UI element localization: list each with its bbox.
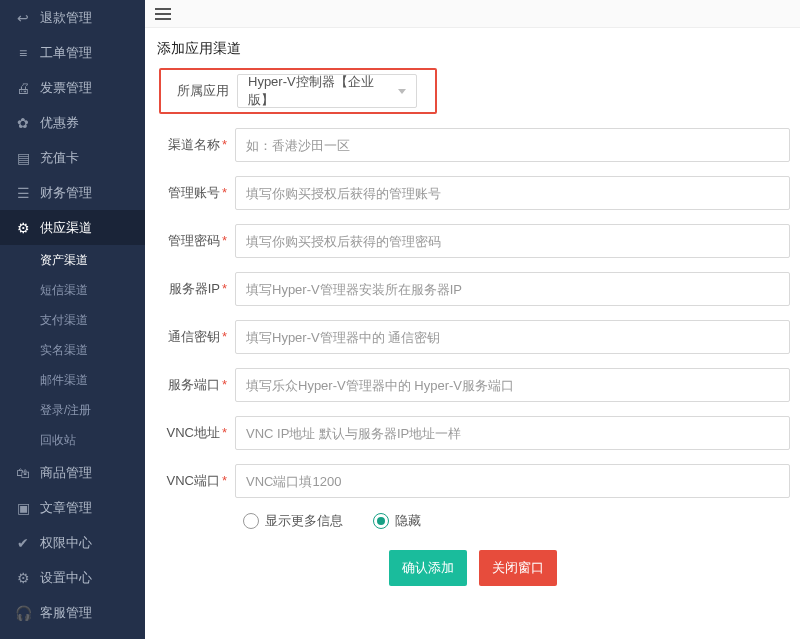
service-port-input[interactable]: [235, 368, 790, 402]
chevron-down-icon: [398, 89, 406, 94]
form-label-account: 管理账号*: [155, 184, 235, 202]
form-label-app: 所属应用: [167, 82, 237, 100]
sidebar-item-label: 文章管理: [40, 499, 92, 517]
app-select-value: Hyper-V控制器【企业版】: [248, 73, 398, 109]
menu-toggle-icon[interactable]: [155, 8, 171, 20]
radio-show-more[interactable]: 显示更多信息: [243, 512, 343, 530]
close-button[interactable]: 关闭窗口: [479, 550, 557, 586]
sidebar-item-label: 客服管理: [40, 604, 92, 622]
channel-name-input[interactable]: [235, 128, 790, 162]
sidebar-item-label: 发票管理: [40, 79, 92, 97]
admin-account-input[interactable]: [235, 176, 790, 210]
sidebar-sub-realname[interactable]: 实名渠道: [0, 335, 145, 365]
button-row: 确认添加 关闭窗口: [155, 550, 790, 586]
vnc-addr-input[interactable]: [235, 416, 790, 450]
sidebar-item-label: 退款管理: [40, 9, 92, 27]
check-icon: ✔: [14, 535, 32, 551]
svg-rect-1: [155, 13, 171, 15]
sidebar-item-supply[interactable]: ⚙ 供应渠道: [0, 210, 145, 245]
cog-icon: ⚙: [14, 570, 32, 586]
card-icon: ▤: [14, 150, 32, 166]
sidebar: ↩ 退款管理 ≡ 工单管理 🖨 发票管理 ✿ 优惠券 ▤ 充值卡 ☰ 财务管理 …: [0, 0, 145, 639]
sidebar-item-label: 权限中心: [40, 534, 92, 552]
sidebar-item-permission[interactable]: ✔ 权限中心: [0, 525, 145, 560]
server-ip-input[interactable]: [235, 272, 790, 306]
form-label-serverip: 服务器IP*: [155, 280, 235, 298]
sidebar-item-ticket[interactable]: ≡ 工单管理: [0, 35, 145, 70]
radio-hide-label: 隐藏: [395, 512, 421, 530]
app-select[interactable]: Hyper-V控制器【企业版】: [237, 74, 417, 108]
radio-circle-icon: [243, 513, 259, 529]
form-label-commkey: 通信密钥*: [155, 328, 235, 346]
sidebar-item-coupon[interactable]: ✿ 优惠券: [0, 105, 145, 140]
printer-icon: 🖨: [14, 80, 32, 96]
form-label-vncaddr: VNC地址*: [155, 424, 235, 442]
admin-password-input[interactable]: [235, 224, 790, 258]
sidebar-sub-sms[interactable]: 短信渠道: [0, 275, 145, 305]
sidebar-item-settings[interactable]: ⚙ 设置中心: [0, 560, 145, 595]
sidebar-item-refund[interactable]: ↩ 退款管理: [0, 0, 145, 35]
sidebar-item-label: 财务管理: [40, 184, 92, 202]
radio-more-label: 显示更多信息: [265, 512, 343, 530]
form-label-serviceport: 服务端口*: [155, 376, 235, 394]
topbar: [145, 0, 800, 28]
comm-key-input[interactable]: [235, 320, 790, 354]
radio-hide[interactable]: 隐藏: [373, 512, 421, 530]
sidebar-item-label: 工单管理: [40, 44, 92, 62]
visibility-radio-group: 显示更多信息 隐藏: [155, 512, 790, 530]
bars-icon: ☰: [14, 185, 32, 201]
submit-button[interactable]: 确认添加: [389, 550, 467, 586]
sidebar-item-finance[interactable]: ☰ 财务管理: [0, 175, 145, 210]
gear-icon: ⚙: [14, 220, 32, 236]
sidebar-sub-login[interactable]: 登录/注册: [0, 395, 145, 425]
list-icon: ≡: [14, 45, 32, 61]
panel-title: 添加应用渠道: [157, 40, 800, 58]
main-content: 添加应用渠道 所属应用 Hyper-V控制器【企业版】 渠道名称* 管理账号* …: [145, 0, 800, 639]
radio-circle-icon: [373, 513, 389, 529]
sidebar-sub-mail[interactable]: 邮件渠道: [0, 365, 145, 395]
form-label-password: 管理密码*: [155, 232, 235, 250]
grid-icon: ▣: [14, 500, 32, 516]
sidebar-item-support[interactable]: 🎧 客服管理: [0, 595, 145, 630]
sidebar-item-recharge[interactable]: ▤ 充值卡: [0, 140, 145, 175]
flower-icon: ✿: [14, 115, 32, 131]
app-select-highlight: 所属应用 Hyper-V控制器【企业版】: [159, 68, 437, 114]
channel-form: 所属应用 Hyper-V控制器【企业版】 渠道名称* 管理账号* 管理密码* 服…: [145, 68, 800, 586]
sidebar-item-article[interactable]: ▣ 文章管理: [0, 490, 145, 525]
headset-icon: 🎧: [14, 605, 32, 621]
sidebar-item-label: 供应渠道: [40, 219, 92, 237]
sidebar-item-invoice[interactable]: 🖨 发票管理: [0, 70, 145, 105]
sidebar-sub-pay[interactable]: 支付渠道: [0, 305, 145, 335]
svg-rect-2: [155, 18, 171, 20]
sidebar-item-label: 优惠券: [40, 114, 79, 132]
bag-icon: 🛍: [14, 465, 32, 481]
sidebar-item-label: 充值卡: [40, 149, 79, 167]
sidebar-item-label: 设置中心: [40, 569, 92, 587]
vnc-port-input[interactable]: [235, 464, 790, 498]
form-label-channel: 渠道名称*: [155, 136, 235, 154]
form-label-vncport: VNC端口*: [155, 472, 235, 490]
sidebar-item-products[interactable]: 🛍 商品管理: [0, 455, 145, 490]
svg-rect-0: [155, 8, 171, 10]
sidebar-item-label: 商品管理: [40, 464, 92, 482]
back-icon: ↩: [14, 10, 32, 26]
sidebar-sub-recycle[interactable]: 回收站: [0, 425, 145, 455]
sidebar-sub-asset[interactable]: 资产渠道: [0, 245, 145, 275]
